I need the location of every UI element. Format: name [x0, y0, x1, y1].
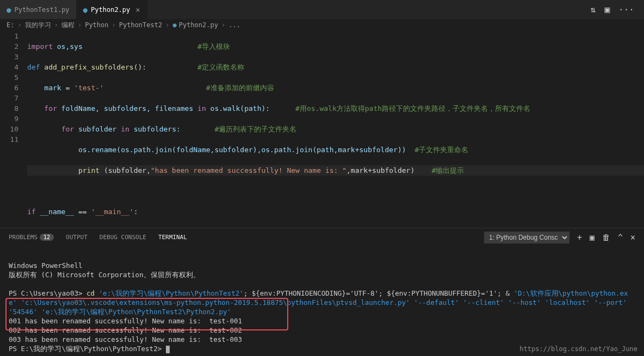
bc-seg[interactable]: E: [7, 21, 14, 29]
editor[interactable]: 1234567891011 import os,sys #导入模块 def ad… [0, 31, 644, 228]
bc-seg[interactable]: ... [228, 21, 240, 29]
split-terminal-icon[interactable]: ▣ [590, 233, 595, 242]
bc-seg[interactable]: Python2.py [179, 21, 218, 29]
tab-problems[interactable]: PROBLEMS12 [9, 228, 54, 247]
python-icon: ● [7, 5, 11, 14]
more-icon[interactable]: ··· [618, 4, 634, 15]
python-icon: ● [83, 5, 88, 14]
trash-icon[interactable]: 🗑 [602, 233, 610, 242]
breadcrumb[interactable]: E:› 我的学习› 编程› Python› PythonTest2› ● Pyt… [0, 19, 644, 31]
tab-output[interactable]: OUTPUT [66, 228, 88, 247]
close-icon[interactable]: × [135, 5, 140, 14]
bc-seg[interactable]: 编程 [61, 21, 75, 30]
split-icon[interactable]: ▣ [604, 4, 610, 15]
bc-seg[interactable]: 我的学习 [25, 21, 51, 30]
tab-label: PythonTest1.py [14, 6, 69, 14]
add-terminal-icon[interactable]: + [577, 233, 582, 242]
line-gutter: 1234567891011 [0, 31, 27, 228]
watermark: https://blog.csdn.net/Yao_June [519, 345, 637, 353]
tab-bar: ● PythonTest1.py ● Python2.py × ⇅ ▣ ··· [0, 0, 644, 19]
terminal-select[interactable]: 1: Python Debug Consc [484, 232, 569, 243]
panel-tabs: PROBLEMS12 OUTPUT DEBUG CONSOLE TERMINAL… [0, 228, 644, 246]
close-panel-icon[interactable]: × [630, 233, 635, 242]
chevron-up-icon[interactable]: ^ [618, 233, 623, 242]
problems-badge: 12 [40, 234, 54, 241]
code-area[interactable]: import os,sys #导入模块 def add_prefix_subfo… [27, 31, 644, 228]
tab-label: Python2.py [91, 6, 130, 14]
terminal[interactable]: Windows PowerShell 版权所有 (C) Microsoft Co… [0, 246, 644, 356]
tab-terminal[interactable]: TERMINAL [158, 228, 187, 247]
bc-seg[interactable]: PythonTest2 [119, 21, 162, 29]
cursor-icon [166, 346, 170, 353]
tab-debug[interactable]: DEBUG CONSOLE [100, 228, 146, 247]
bc-seg[interactable]: Python [85, 21, 108, 29]
tab-pythontest1[interactable]: ● PythonTest1.py [0, 0, 77, 19]
titlebar-actions: ⇅ ▣ ··· [591, 4, 644, 15]
vcs-icon[interactable]: ⇅ [591, 4, 596, 15]
tab-python2[interactable]: ● Python2.py × [77, 0, 147, 19]
panel-actions: 1: Python Debug Consc + ▣ 🗑 ^ × [484, 232, 635, 243]
